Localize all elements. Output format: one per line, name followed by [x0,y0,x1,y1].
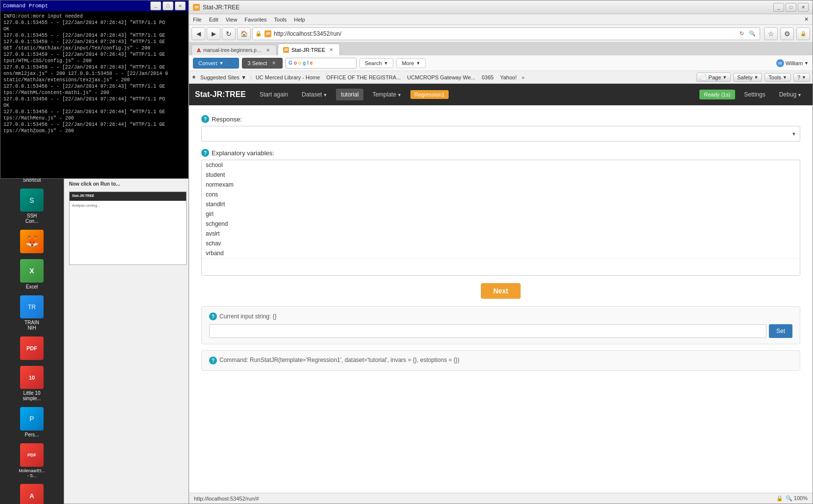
suggested-sites-icon: ★ [191,74,196,80]
command-help-icon[interactable]: ? [209,357,217,364]
taskbar-label-pers: Pers... [25,432,39,437]
more-dropdown-icon: ▼ [416,61,421,66]
listbox-item-school[interactable]: school [202,160,800,170]
bookmark-registrar[interactable]: OFFICE OF THE REGISTRA... [324,74,403,81]
response-select[interactable] [201,126,800,142]
taskbar-item-molenaar[interactable]: PDF MolenaarEt...- S... [2,441,61,480]
tools-menu-btn[interactable]: Tools ▼ [765,73,791,82]
listbox-item-girl[interactable]: girl [202,209,800,219]
help-menu-btn[interactable]: ? ▼ [793,73,810,82]
input-string-field[interactable] [209,324,766,338]
tab-statjr[interactable]: JR Stat-JR:TREE ✕ [278,44,340,55]
desktop: 🗑 C:\ Command Prompt PSY Info 6 6.1 forn… [0,0,813,504]
bookmark-suggested[interactable]: Suggested Sites ▼ [198,74,249,81]
cmd-close[interactable]: ✕ [175,1,186,10]
bookmark-yahoo[interactable]: Yahoo! [498,74,519,81]
status-right: 🔒 🔍 100% [776,495,808,502]
listbox-item-normexam[interactable]: normexam [202,180,800,190]
bookmark-0365[interactable]: 0365 [479,74,496,81]
taskbar-item-little10[interactable]: 10 Little 10simple... [2,364,61,403]
browser-menu-close-btn[interactable]: ✕ [804,16,809,23]
pdf-now-click: Now click on Run to... [69,180,186,188]
next-btn[interactable]: Next [481,283,520,299]
browser-menu-view[interactable]: View [226,17,238,23]
page-icon: 📄 [700,74,707,80]
browser-menu-edit[interactable]: Edit [209,17,218,23]
browser-minimize-btn[interactable]: _ [773,3,784,12]
cmd-line: 127.0.0.1:53456 - - [22/Jan/2014 07:26:4… [3,109,185,115]
statjr-template-btn[interactable]: Template▼ [367,89,406,100]
taskbar-item-firefox[interactable]: 🦊 [2,228,61,255]
browser-menu-favorites[interactable]: Favorites [244,17,266,23]
statjr-settings-btn[interactable]: Settings [739,89,770,100]
safety-btn[interactable]: 🔒 [796,27,810,40]
page-btn[interactable]: 📄 Page ▼ [696,72,731,82]
ie-right-tools: ☆ ⚙ 🔒 [764,27,810,40]
search-tool-btn[interactable]: Search ▼ [359,58,394,68]
3select-close-icon[interactable]: ✕ [270,60,277,67]
cmd-minimize[interactable]: _ [150,1,161,10]
taskbar-item-pers[interactable]: P Pers... [2,405,61,439]
statjr-regression-btn[interactable]: Regression1 [410,90,449,99]
response-help-icon[interactable]: ? [201,115,209,123]
firefox-icon: 🦊 [20,230,44,253]
convert-label: Convert [198,60,217,66]
statjr-dataset-btn[interactable]: Dataset▼ [297,89,332,100]
tab-pdf-close[interactable]: ✕ [264,47,271,54]
browser-menu-help[interactable]: Help [294,17,305,23]
address-input[interactable] [274,30,734,37]
user-name: William [786,60,803,66]
browser-home-btn[interactable]: 🏠 [237,27,251,40]
cmd-line: OK [3,26,185,32]
set-btn[interactable]: Set [769,324,792,338]
listbox-item-schav[interactable]: schav [202,239,800,248]
listbox-item-vrband[interactable]: vrband [202,248,800,258]
3select-tool-btn[interactable]: 3 Select ✕ [242,58,283,69]
listbox-item-cons[interactable]: cons [202,190,800,199]
explanatory-listbox[interactable]: school student normexam cons standlrt gi… [201,160,800,276]
taskbar-item-adobe[interactable]: A AdobeE... [2,482,61,504]
google-search-input[interactable] [314,60,354,66]
explanatory-help-icon[interactable]: ? [201,149,209,157]
browser-menu-tools[interactable]: Tools [274,17,287,23]
browser-restore-btn[interactable]: □ [786,3,796,12]
taskbar-item-train[interactable]: TR TRAINNIH [2,293,61,333]
tab-pdf[interactable]: A manual-tree-beginners.pdf - Adobe Acro… [191,45,277,55]
listbox-item-student[interactable]: student [202,170,800,180]
address-refresh-btn[interactable]: ↻ [737,29,746,39]
bookmark-ucmerced[interactable]: UC Merced Library - Home [253,74,322,81]
listbox-item-schgend[interactable]: schgend [202,219,800,229]
address-search-btn[interactable]: 🔍 [747,29,757,39]
convert-close-icon[interactable]: ✕ [227,60,234,67]
tools-gear-btn[interactable]: ⚙ [780,27,794,40]
fav-star-btn[interactable]: ☆ [764,27,778,40]
more-tool-btn[interactable]: More ▼ [396,58,426,68]
tab-statjr-close[interactable]: ✕ [328,47,335,53]
statjr-start-again[interactable]: Start again [255,89,293,100]
statjr-ready-badge: Ready (1s) [699,90,736,99]
input-string-help-icon[interactable]: ? [209,312,217,320]
taskbar-item-ssh[interactable]: S SSHCon... [2,187,61,226]
google-g2: g [303,60,306,66]
browser-menu-file[interactable]: File [193,17,202,23]
browser-tabs: A manual-tree-beginners.pdf - Adobe Acro… [189,43,813,55]
statjr-tutorial-btn[interactable]: tutorial [336,89,363,100]
browser-forward-btn[interactable]: ▶ [207,27,220,40]
safety-menu-btn[interactable]: Safety ▼ [733,73,762,82]
cmd-maximize[interactable]: □ [163,1,173,10]
browser-back-btn[interactable]: ◀ [191,27,205,40]
bookmark-ucmcrops[interactable]: UCMCROPS Gateway We... [405,74,478,81]
status-bar: http://localhost:53452/run/# 🔒 🔍 100% [189,493,813,504]
listbox-item-standlrt[interactable]: standlrt [202,199,800,209]
taskbar-item-excel[interactable]: X Excel [2,257,61,291]
statjr-debug-btn[interactable]: Debug▼ [774,89,807,100]
browser-close-btn[interactable]: ✕ [798,3,809,12]
taskbar-item-pdf1[interactable]: PDF [2,335,61,362]
browser-refresh-btn[interactable]: ↻ [222,27,236,40]
convert-tool-btn[interactable]: Convert ▼ ✕ [193,58,239,69]
listbox-item-avslrt[interactable]: avslrt [202,229,800,239]
address-bar-container: 🔒 JR ↻ 🔍 [252,27,760,40]
cmd-line: tps://MathML/content-math1.js" - 200 [3,90,185,96]
browser-window-controls: _ □ ✕ [773,3,809,12]
status-zoom: 🔍 100% [786,495,808,502]
